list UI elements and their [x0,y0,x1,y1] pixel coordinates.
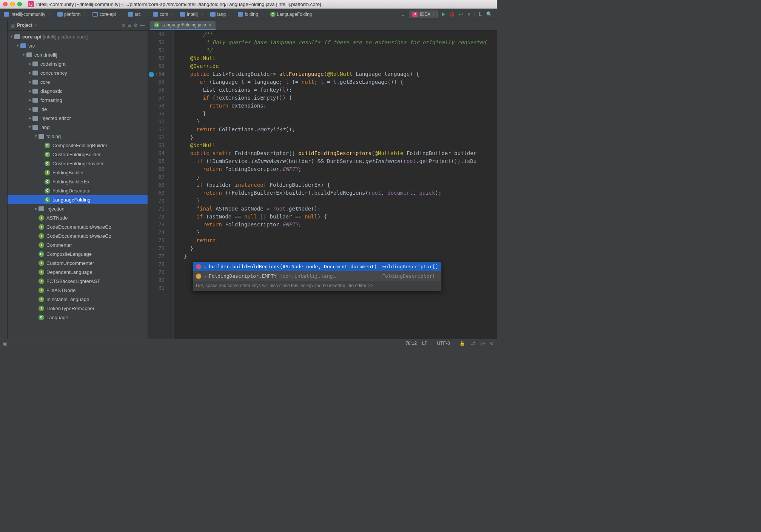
tree-item[interactable]: IFileASTNode [8,286,148,295]
line-number[interactable]: 63 [148,141,165,149]
tree-item[interactable]: IFoldingBuilder [8,168,148,177]
line-number[interactable]: 62 [148,134,165,141]
disclosure-arrow-icon[interactable]: ▶ [28,98,32,102]
build-icon[interactable]: ⤓ [401,11,405,17]
close-window-icon[interactable] [3,2,8,6]
disclosure-arrow-icon[interactable]: ▼ [16,44,20,48]
line-number[interactable]: 49 [148,31,165,38]
line-number[interactable]: 56 [148,86,165,94]
minimize-window-icon[interactable] [10,2,15,6]
show-tool-windows-icon[interactable]: ▣ [3,341,7,346]
tree-item[interactable]: ▶injection [8,204,148,213]
zoom-window-icon[interactable] [17,2,22,6]
breadcrumb-item[interactable]: folding〉 [236,10,268,18]
line-number[interactable]: 60 [148,118,165,126]
window-controls[interactable] [3,2,22,6]
disclosure-arrow-icon[interactable]: ▼ [28,125,32,129]
line-number[interactable]: 78 [148,260,165,268]
breadcrumb-item[interactable]: platform〉 [55,10,90,18]
line-number[interactable]: 64 [148,149,165,157]
caret-position[interactable]: 78:12 [405,341,417,346]
completion-item[interactable]: ↳FoldingDescriptor.EMPTY (com.intellij.l… [193,271,441,281]
gear-icon[interactable]: ⚙ [134,23,138,28]
tree-item[interactable]: IDependentLanguage [8,268,148,277]
disclosure-arrow-icon[interactable]: ▶ [28,80,32,84]
run-icon[interactable] [442,12,445,17]
disclosure-arrow-icon[interactable]: ▼ [34,134,38,138]
tree-item[interactable]: IITokenTypeRemapper [8,304,148,313]
line-number[interactable]: 58 [148,102,165,110]
completion-item[interactable]: ↳builder.buildFoldRegions(ASTNode node, … [193,262,441,271]
tree-item[interactable]: ICustomUncommenter [8,258,148,268]
breadcrumb-item[interactable]: com〉 [151,10,178,18]
line-gutter[interactable]: 4950515253⬤↑5455565758596061626364656667… [148,31,168,339]
line-number[interactable]: 74 [148,229,165,237]
completion-hint-link[interactable]: >> [368,283,373,288]
code-content[interactable]: /** * Only queries base language results… [174,31,497,339]
hide-icon[interactable]: — [140,23,145,28]
breadcrumb-item[interactable]: src〉 [126,10,151,18]
run-config-selector[interactable]: IJ IDEA ▾ [409,11,438,18]
line-number[interactable]: 81 [148,284,165,292]
line-number[interactable]: 68 [148,181,165,189]
tree-item[interactable]: ▶core [8,77,148,86]
tree-item[interactable]: CFoldingDescriptor [8,186,148,195]
locate-icon[interactable]: ⊙ [122,23,125,28]
tree-item[interactable]: ▶injected.editor [8,114,148,123]
breadcrumb-item[interactable]: intellij-community〉 [2,10,55,18]
project-panel-header[interactable]: ▤ Project ▾ ⊙ ⊟ ⚙ — [8,20,148,31]
line-number[interactable]: 65 [148,157,165,165]
collapse-all-icon[interactable]: ⊟ [128,23,131,28]
vcs-update-icon[interactable]: ⇅ [478,11,482,17]
tree-item[interactable]: IFCTSBackedLighterAST [8,277,148,286]
tree-item[interactable]: ICodeDocumentationAwareCo [8,222,148,231]
tree-item[interactable]: CCompositeLanguage [8,249,148,258]
tree-item[interactable]: ▶diagnostic [8,86,148,95]
tree-item[interactable]: CFoldingBuilderEx [8,177,148,186]
tree-item[interactable]: CLanguage [8,313,148,322]
disclosure-arrow-icon[interactable]: ▼ [22,53,26,57]
search-everywhere-icon[interactable]: 🔍 [486,11,492,17]
line-separator[interactable]: LF ≑ [422,341,431,346]
line-number[interactable]: 70 [148,197,165,205]
background-tasks-icon[interactable]: ◷ [481,341,485,346]
line-number[interactable]: 53 [148,62,165,70]
line-number[interactable]: 77 [148,252,165,260]
fold-gutter[interactable] [168,31,174,339]
chevron-down-icon[interactable]: ▾ [35,23,37,27]
line-number[interactable]: 71 [148,205,165,213]
disclosure-arrow-icon[interactable]: ▼ [10,35,14,38]
disclosure-arrow-icon[interactable]: ▶ [28,89,32,93]
line-number[interactable]: 67 [148,173,165,181]
breadcrumb-item[interactable]: CLanguageFolding [268,11,314,18]
line-number[interactable]: 52 [148,54,165,62]
line-number[interactable]: 80 [148,276,165,284]
line-number[interactable]: 79 [148,268,165,276]
line-number[interactable]: 50 [148,38,165,46]
line-number[interactable]: 51 [148,46,165,54]
disclosure-arrow-icon[interactable]: ▶ [28,62,32,66]
line-number[interactable]: 57 [148,94,165,102]
editor-tab[interactable]: C LanguageFolding.java ✕ [150,21,216,30]
tree-item[interactable]: ICommenter [8,240,148,249]
tree-item[interactable]: ▼src [8,41,148,50]
tree-item[interactable]: ▶ide [8,105,148,114]
git-branch-icon[interactable]: ⎇ [470,341,476,346]
stop-icon[interactable]: ■ [467,11,470,17]
readonly-lock-icon[interactable]: 🔓 [459,341,465,346]
line-number[interactable]: ⬤↑54 [148,70,165,78]
tree-item[interactable]: ▶formatting [8,95,148,105]
left-tool-strip[interactable] [0,20,8,339]
line-number[interactable]: 66 [148,165,165,173]
tree-item[interactable]: ▼core-api [intellij.platform.core] [8,32,148,41]
line-number[interactable]: 72 [148,213,165,221]
line-number[interactable]: 55 [148,78,165,86]
line-number[interactable]: 76 [148,244,165,252]
line-number[interactable]: 59 [148,110,165,118]
tree-item[interactable]: IInjectableLanguage [8,295,148,304]
tree-item[interactable]: ▼com.intellij [8,50,148,59]
line-number[interactable]: 69 [148,189,165,197]
tree-item[interactable]: ICodeDocumentationAwareCo [8,231,148,240]
code-completion-popup[interactable]: ↳builder.buildFoldRegions(ASTNode node, … [193,261,442,291]
line-number[interactable]: 61 [148,126,165,134]
